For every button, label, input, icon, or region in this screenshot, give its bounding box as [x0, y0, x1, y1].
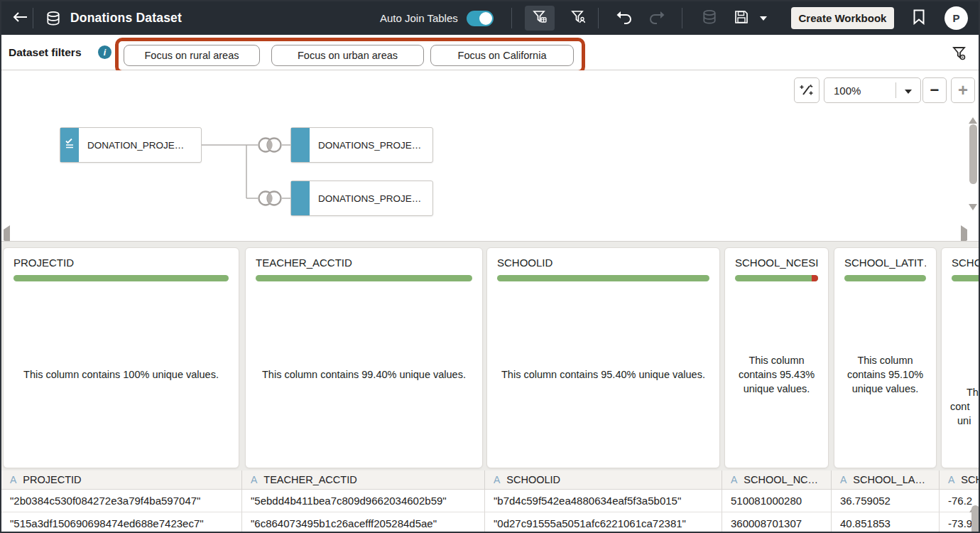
magic-wand-icon [799, 82, 815, 99]
create-workbook-button[interactable]: Create Workbook [791, 7, 894, 29]
column-filter-button[interactable] [950, 44, 969, 63]
table-cell: "0d27c91555a5051afc6221061ca72381" [485, 512, 722, 533]
filter-gear-icon [950, 54, 969, 65]
column-card-school-ncesid[interactable]: SCHOOL_NCESID This column contains 95.43… [724, 247, 829, 468]
quality-note: This column contains 99.40% unique value… [246, 281, 482, 468]
column-header-school-latitude[interactable]: ASCHOOL_LA… [832, 470, 940, 490]
table-cell: "5ebdd4b411bea7c809d9662034602b59" [242, 490, 485, 512]
attribute-type-icon: A [731, 474, 737, 485]
quality-note: This column contains 95.43% unique value… [725, 281, 828, 468]
column-header-projectid[interactable]: APROJECTID [1, 470, 242, 490]
attribute-type-icon: A [10, 474, 16, 485]
save-menu-button[interactable] [754, 6, 773, 31]
scroll-right-arrow[interactable] [961, 230, 967, 240]
table-cell: 36.759052 [832, 490, 940, 512]
auto-join-label: Auto Join Tables [380, 1, 458, 35]
data-preview-button[interactable] [695, 6, 724, 31]
quality-note: This column contains 95.40% unique value… [487, 281, 719, 468]
join-diagram-canvas[interactable]: 100% − + [1, 70, 980, 241]
column-header-school-ncesid[interactable]: ASCHOOL_NC… [722, 470, 832, 490]
chevron-down-icon [905, 90, 912, 94]
join-icon [259, 139, 281, 152]
scroll-down-arrow[interactable] [969, 210, 977, 221]
table-cell: 360008701307 [722, 512, 832, 533]
column-header-clipped[interactable]: ASCH [940, 470, 980, 490]
column-card-title: SCHOOL_LATIT… [844, 257, 926, 269]
preview-table: APROJECTID ATEACHER_ACCTID ASCHOOLID ASC… [1, 470, 980, 533]
undo-button[interactable] [609, 6, 638, 31]
column-header-teacher-acctid[interactable]: ATEACHER_ACCTID [242, 470, 485, 490]
column-card-title: TEACHER_ACCTID [256, 257, 472, 269]
join-icon [259, 192, 281, 205]
data-preview-panel: PROJECTID This column contains 100% uniq… [1, 241, 980, 533]
table-node-donation-proje[interactable]: DONATION_PROJE… [60, 127, 202, 163]
table-cell: 510081000280 [722, 490, 832, 512]
back-button[interactable] [9, 1, 31, 35]
vertical-scrollbar-thumb[interactable] [969, 124, 977, 184]
info-icon[interactable]: i [98, 45, 111, 59]
scroll-up-arrow[interactable] [969, 107, 977, 117]
plus-icon: + [958, 82, 968, 99]
node-accent-bar [291, 181, 310, 215]
toggle-knob [479, 12, 492, 25]
quality-bar [497, 275, 709, 281]
table-node-donations-proje-1[interactable]: DONATIONS_PROJE… [290, 127, 433, 163]
auto-join-toggle[interactable] [467, 11, 494, 26]
user-avatar[interactable]: P [944, 6, 968, 30]
node-label: DONATION_PROJE… [79, 140, 184, 151]
undo-icon [614, 10, 633, 26]
chevron-down-icon [760, 16, 767, 21]
filter-chip-california[interactable]: Focus on California [430, 45, 574, 66]
filter-chip-urban[interactable]: Focus on urban areas [271, 45, 424, 66]
dataset-editor-window: Donations Dataset Auto Join Tables [0, 0, 980, 533]
topbar-divider [33, 8, 33, 28]
column-card-projectid[interactable]: PROJECTID This column contains 100% uniq… [3, 247, 239, 468]
column-card-school-latitude[interactable]: SCHOOL_LATIT… This column contains 95.10… [834, 247, 937, 468]
rows-scroll-up-arrow[interactable] [969, 495, 978, 506]
auto-layout-button[interactable] [794, 77, 820, 103]
table-cell: "b7d4c59f542ea4880634eaf5f3a5b015" [485, 490, 722, 512]
attribute-type-icon: A [494, 474, 500, 485]
quality-bar [256, 275, 472, 281]
bookmark-button[interactable] [906, 6, 932, 31]
column-card-schoolid[interactable]: SCHOOLID This column contains 95.40% uni… [486, 247, 720, 468]
topbar-divider [511, 8, 512, 28]
scroll-left-arrow[interactable] [4, 230, 10, 240]
table-node-donations-proje-2[interactable]: DONATIONS_PROJE… [290, 181, 433, 216]
save-icon [734, 9, 749, 27]
quality-bar [952, 275, 980, 281]
column-card-title: SCHC [952, 257, 980, 269]
bookmark-icon [913, 9, 925, 27]
column-card-clipped[interactable]: SCHC Th cont uni [941, 247, 980, 468]
zoom-level-value: 100% [824, 85, 861, 97]
attribute-type-icon: A [840, 474, 846, 485]
save-button[interactable] [730, 6, 753, 31]
attribute-type-icon: A [251, 474, 257, 485]
column-header-schoolid[interactable]: ASCHOOLID [485, 470, 722, 490]
attribute-type-icon: A [948, 474, 954, 485]
user-filters-button[interactable] [563, 6, 593, 31]
node-label: DONATIONS_PROJE… [310, 193, 421, 204]
zoom-out-button[interactable]: − [922, 77, 947, 103]
rows-scrollbar-thumb[interactable] [971, 505, 979, 533]
filter-chip-rural[interactable]: Focus on rural areas [124, 45, 260, 66]
quality-note: This column contains 95.10% unique value… [834, 281, 936, 468]
quality-bar [13, 275, 229, 281]
dataset-filters-button[interactable] [525, 6, 555, 31]
node-label: DONATIONS_PROJE… [310, 140, 421, 151]
column-card-teacher-acctid[interactable]: TEACHER_ACCTID This column contains 99.4… [245, 247, 483, 468]
select-divider [895, 82, 896, 98]
dataset-filters-label: Dataset filters [9, 35, 82, 70]
checklist-icon [64, 138, 75, 152]
zoom-in-button[interactable]: + [951, 77, 975, 103]
left-arrow-icon [12, 11, 28, 25]
redo-button[interactable] [643, 6, 673, 31]
node-accent-bar [60, 128, 79, 162]
table-cell: "515a3df150690698474ed688e7423ec7" [1, 512, 242, 533]
zoom-level-select[interactable]: 100% [824, 77, 921, 103]
column-card-title: SCHOOL_NCESID [735, 257, 818, 269]
quality-note: This column contains 100% unique values. [4, 281, 239, 468]
column-card-title: PROJECTID [13, 257, 229, 269]
table-cell: "2b0384c530f084272e3a79f4ba597047" [1, 490, 242, 512]
page-title: Donations Dataset [70, 1, 182, 35]
